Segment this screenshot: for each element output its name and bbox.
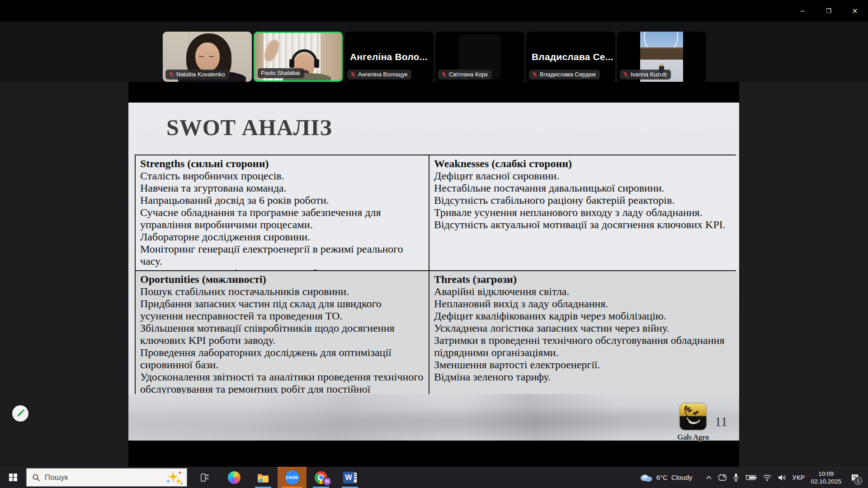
pencil-icon — [16, 409, 25, 418]
notification-count-badge: 1 — [854, 477, 862, 485]
swot-item: Лабораторне дослідження сировини. — [140, 231, 425, 243]
notification-center-button[interactable]: 1 — [847, 467, 863, 488]
muted-mic-icon — [169, 72, 174, 77]
swot-item: Моніторинг генерації електроенергії в ре… — [140, 243, 425, 267]
swot-item: Затримки в проведенні технічного обслуго… — [434, 334, 734, 359]
file-explorer-icon — [257, 472, 269, 483]
search-input[interactable]: Пошук — [26, 468, 187, 487]
microphone-icon — [733, 473, 739, 482]
microphone-device-button[interactable] — [733, 473, 739, 482]
participant-name: Владислава Сердюк — [540, 71, 596, 78]
file-explorer-button[interactable] — [249, 467, 278, 488]
zoom-meeting-window: – ❐ ✕ Nataliia Kovalenko — [0, 0, 868, 488]
copilot-icon — [228, 471, 241, 484]
swot-item: Сучасне обладнання та програмне забезпеч… — [140, 206, 425, 231]
cloud-icon — [639, 473, 653, 482]
participant-name: Nataliia Kovalenko — [176, 71, 225, 78]
swot-items: Дефіцит власної сировини.Нестабільне пос… — [434, 170, 734, 231]
name-tag: Nataliia Kovalenko — [165, 70, 229, 80]
task-view-button[interactable] — [191, 467, 220, 488]
company-logo: Gals Agro — [675, 403, 712, 442]
swot-item: Придбання запасних частин під склад для … — [140, 298, 425, 322]
date: 02.10.2025 — [811, 478, 841, 485]
time: 10:09 — [811, 470, 841, 478]
clock[interactable]: 10:09 02.10.2025 — [811, 470, 841, 485]
participant-tile-pavlo[interactable]: Pavlo Shalabai — [254, 32, 343, 82]
swot-item: Навчена та згуртована команда. — [140, 182, 425, 194]
swot-item: Проведення лабораторних досліджень для о… — [140, 347, 425, 371]
search-icon — [32, 474, 40, 482]
participant-tile-svitlana[interactable]: Світлана Корх — [435, 32, 524, 82]
participant-tile-nataliia[interactable]: Nataliia Kovalenko — [163, 32, 252, 82]
swot-item: Удосконалення звітності та аналітики про… — [140, 371, 425, 396]
swot-item: Сталість виробничих процесів. — [140, 170, 425, 182]
start-button[interactable] — [0, 467, 26, 488]
minimize-button[interactable]: – — [789, 0, 816, 22]
name-tag: Ivanna Kuzub — [620, 70, 671, 80]
close-button[interactable]: ✕ — [842, 0, 868, 22]
weather-widget[interactable]: 6°C Cloudy — [639, 473, 693, 482]
participant-tile-vladyslava[interactable]: Владислава Се... Владислава Сердюк — [526, 32, 615, 82]
muted-mic-icon — [350, 72, 356, 77]
gals-agro-logo-icon — [679, 403, 707, 431]
name-tag: Ангеліна Волощук — [347, 70, 411, 80]
swot-item: Статус критичної інфраструктури та броню… — [140, 267, 425, 270]
word-icon: W — [343, 471, 357, 484]
participant-name: Ivanna Kuzub — [631, 71, 667, 78]
swot-header: Oportunities (можливості) — [140, 273, 425, 286]
muted-mic-icon — [532, 72, 538, 77]
zoom-button[interactable]: zoom — [278, 467, 307, 488]
swot-item: Відсутність стабільного раціону бактерій… — [434, 194, 734, 206]
swot-cell-weaknesses: Weaknesses (слабкі сторони) Дефіцит влас… — [429, 155, 738, 270]
swot-item: Збільшення мотивації співробітників щодо… — [140, 322, 425, 347]
language-indicator[interactable]: УКР — [793, 474, 805, 481]
participant-strip: Nataliia Kovalenko Pavlo Shalabai Ангелі… — [0, 22, 868, 82]
battery-status-button[interactable] — [745, 474, 757, 481]
swot-header: Weaknesses (слабкі сторони) — [434, 157, 734, 170]
swot-cell-opportunities: Oportunities (можливості) Пошук стабільн… — [136, 271, 429, 396]
volume-button[interactable] — [778, 474, 787, 481]
taskbar-tray: 6°C Cloudy — [639, 467, 868, 488]
slide-page-number: 11 — [715, 414, 727, 429]
participant-name: Ангеліна Волощук — [358, 71, 407, 78]
swot-item: Відсутність актуальної мотивації за дося… — [434, 219, 734, 231]
logo-text: Gals Agro — [675, 433, 712, 442]
swot-item: Тривале усунення непланового виходу з ла… — [434, 206, 734, 219]
speaker-icon — [778, 474, 787, 481]
name-tag: Владислава Сердюк — [529, 70, 600, 80]
annotate-button[interactable] — [12, 405, 28, 422]
copilot-button[interactable] — [220, 467, 249, 488]
swot-cell-strengths: Strengths (сильні сторони) Сталість виро… — [136, 155, 429, 270]
swot-items: Аварійні відключення світла.Неплановий в… — [434, 286, 734, 383]
swot-cell-threats: Threats (загрози) Аварійні відключення с… — [429, 271, 738, 396]
participant-tile-ivanna[interactable]: Ivanna Kuzub — [617, 32, 706, 82]
participant-tiles: Nataliia Kovalenko Pavlo Shalabai Ангелі… — [163, 32, 706, 82]
word-button[interactable]: W — [335, 467, 364, 488]
screen-share-area: SWOT АНАЛІЗ Strengths (сильні сторони) С… — [0, 82, 868, 467]
swot-header: Threats (загрози) — [434, 273, 734, 286]
camera-device-button[interactable] — [718, 474, 727, 482]
presentation-slide: SWOT АНАЛІЗ Strengths (сильні сторони) С… — [128, 103, 739, 441]
name-tag: Pavlo Shalabai — [258, 68, 304, 78]
restore-button[interactable]: ❐ — [816, 0, 842, 22]
weather-condition: Cloudy — [671, 474, 693, 481]
task-view-icon — [200, 473, 210, 483]
participant-name: Pavlo Shalabai — [261, 70, 300, 76]
chrome-button[interactable]: H — [307, 467, 335, 488]
search-placeholder: Пошук — [45, 473, 160, 482]
slide-title: SWOT АНАЛІЗ — [166, 114, 332, 141]
tray-expand-button[interactable] — [706, 475, 712, 480]
network-button[interactable] — [763, 474, 772, 481]
swot-item: Відміна зеленого тарифу. — [434, 371, 734, 383]
participant-tile-anhelina[interactable]: Ангеліна Воло... Ангеліна Волощук — [344, 32, 434, 82]
swot-item: Напрацьований досвід за 6 років роботи. — [140, 194, 425, 206]
battery-charging-icon — [745, 474, 757, 481]
slide-footer-photo — [128, 394, 739, 441]
swot-item: Дефіцит власної сировини. — [434, 170, 734, 182]
taskbar-apps: zoom H W — [191, 467, 364, 488]
swot-table: Strengths (сильні сторони) Сталість виро… — [135, 155, 736, 394]
swot-item: Пошук стабільних постачальників сировини… — [140, 286, 425, 298]
weather-temp: 6°C — [656, 474, 668, 481]
windows-logo-icon — [9, 474, 17, 482]
camera-icon — [718, 474, 727, 482]
